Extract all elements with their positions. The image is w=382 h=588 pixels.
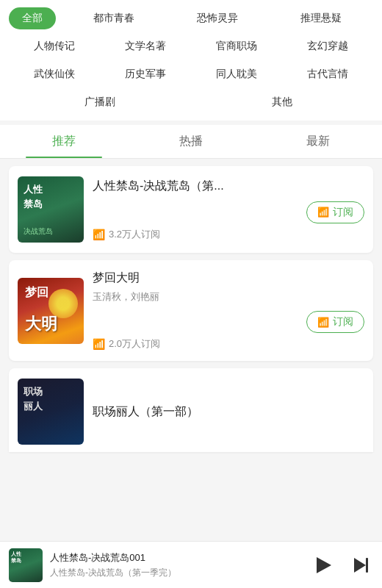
category-wuxia[interactable]: 武侠仙侠 bbox=[9, 63, 100, 85]
book-info-1: 人性禁岛-决战荒岛（第... 📶 订阅 📶 3.2万人订阅 bbox=[93, 179, 364, 241]
player-subtitle: 人性禁岛-决战荒岛（第一季完） bbox=[50, 567, 301, 579]
tab-recommended[interactable]: 推荐 bbox=[0, 125, 127, 158]
book-cover-2 bbox=[18, 278, 84, 344]
play-icon bbox=[317, 557, 331, 573]
tab-trending[interactable]: 热播 bbox=[127, 125, 254, 158]
next-triangle bbox=[354, 558, 366, 573]
next-bar bbox=[366, 558, 368, 573]
subscribe-label-2: 订阅 bbox=[333, 315, 353, 329]
book-cover-3 bbox=[18, 379, 84, 445]
book-subscribers-1: 📶 3.2万人订阅 bbox=[93, 228, 364, 241]
next-button[interactable] bbox=[348, 553, 373, 578]
book-title-1: 人性禁岛-决战荒岛（第... bbox=[93, 179, 364, 194]
subscribe-label-1: 订阅 bbox=[333, 206, 353, 219]
book-cover-1 bbox=[18, 176, 84, 243]
category-horror[interactable]: 恐怖灵异 bbox=[165, 7, 269, 29]
category-row-4: 广播剧 其他 bbox=[9, 91, 373, 113]
player-bar: 人性禁岛-决战荒岛001 人性禁岛-决战荒岛（第一季完） bbox=[0, 541, 382, 588]
play-button[interactable] bbox=[309, 551, 336, 579]
book-actions-1: 📶 订阅 bbox=[93, 198, 364, 223]
subscribers-count-1: 3.2万人订阅 bbox=[109, 228, 160, 241]
subscribe-icon-1: 📶 bbox=[317, 207, 329, 218]
category-row-3: 武侠仙侠 历史军事 同人耽美 古代言情 bbox=[9, 63, 373, 85]
cover2-moon bbox=[48, 289, 78, 318]
player-title: 人性禁岛-决战荒岛001 bbox=[50, 551, 301, 564]
book-details-1: 人性禁岛-决战荒岛（第... bbox=[93, 179, 364, 194]
subscribers-count-2: 2.0万人订阅 bbox=[109, 337, 160, 351]
category-literature[interactable]: 文学名著 bbox=[100, 35, 191, 57]
book-card-1[interactable]: 人性禁岛-决战荒岛（第... 📶 订阅 📶 3.2万人订阅 bbox=[9, 166, 373, 253]
book-title-2: 梦回大明 bbox=[93, 270, 364, 286]
subscribers-icon-2: 📶 bbox=[93, 338, 105, 350]
category-biography[interactable]: 人物传记 bbox=[9, 35, 100, 57]
book-card-3[interactable]: 职场丽人（第一部） bbox=[9, 368, 373, 452]
subscribers-icon-1: 📶 bbox=[93, 229, 105, 240]
category-mystery[interactable]: 推理悬疑 bbox=[270, 7, 373, 29]
subscribe-icon-2: 📶 bbox=[317, 317, 329, 328]
book-title-3: 职场丽人（第一部） bbox=[93, 404, 364, 420]
player-cover bbox=[9, 548, 43, 582]
category-filter: 全部 都市青春 恐怖灵异 推理悬疑 人物传记 文学名著 官商职场 玄幻穿越 武侠… bbox=[0, 0, 382, 121]
book-card-row-1: 人性禁岛-决战荒岛（第... bbox=[93, 179, 364, 194]
content-tabs: 推荐 热播 最新 bbox=[0, 125, 382, 159]
category-other[interactable]: 其他 bbox=[191, 91, 373, 113]
book-card-row-2: 梦回大明 玉清秋，刘艳丽 bbox=[93, 270, 364, 304]
book-details-2: 梦回大明 玉清秋，刘艳丽 bbox=[93, 270, 364, 304]
category-row-1: 全部 都市青春 恐怖灵异 推理悬疑 bbox=[9, 7, 373, 29]
category-history[interactable]: 历史军事 bbox=[100, 63, 191, 85]
category-row-2: 人物传记 文学名著 官商职场 玄幻穿越 bbox=[9, 35, 373, 57]
category-fanfic[interactable]: 同人耽美 bbox=[191, 63, 282, 85]
book-list: 人性禁岛-决战荒岛（第... 📶 订阅 📶 3.2万人订阅 梦回大明 bbox=[0, 159, 382, 511]
category-officework[interactable]: 官商职场 bbox=[191, 35, 282, 57]
book-subscribers-2: 📶 2.0万人订阅 bbox=[93, 337, 364, 351]
tab-newest[interactable]: 最新 bbox=[255, 125, 382, 158]
category-radio[interactable]: 广播剧 bbox=[9, 91, 191, 113]
category-urban[interactable]: 都市青春 bbox=[62, 7, 165, 29]
player-controls bbox=[309, 551, 373, 579]
category-all[interactable]: 全部 bbox=[9, 7, 56, 29]
subscribe-button-1[interactable]: 📶 订阅 bbox=[306, 201, 364, 223]
subscribe-button-2[interactable]: 📶 订阅 bbox=[306, 311, 364, 333]
book-actions-2: 📶 订阅 bbox=[93, 308, 364, 333]
next-icon bbox=[354, 558, 368, 573]
category-fantasy[interactable]: 玄幻穿越 bbox=[282, 35, 373, 57]
book-info-2: 梦回大明 玉清秋，刘艳丽 📶 订阅 📶 2.0万人订阅 bbox=[93, 270, 364, 351]
category-romance[interactable]: 古代言情 bbox=[282, 63, 373, 85]
player-info: 人性禁岛-决战荒岛001 人性禁岛-决战荒岛（第一季完） bbox=[50, 551, 301, 579]
book-details-3: 职场丽人（第一部） bbox=[93, 404, 364, 420]
book-card-2[interactable]: 梦回大明 玉清秋，刘艳丽 📶 订阅 📶 2.0万人订阅 bbox=[9, 260, 373, 361]
book-authors-2: 玉清秋，刘艳丽 bbox=[93, 290, 364, 304]
